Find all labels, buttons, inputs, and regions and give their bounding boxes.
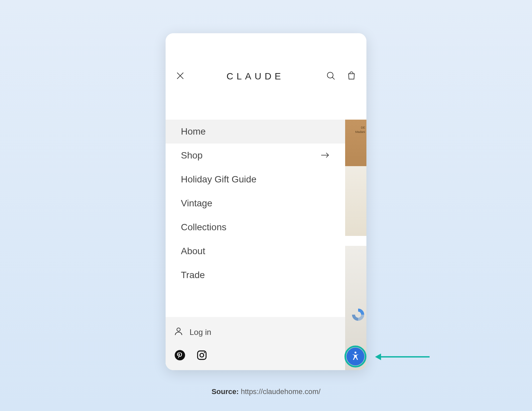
accessibility-widget-button[interactable] xyxy=(346,348,364,365)
navigation-drawer: Home Shop Holiday Gift Guide Vintage Col… xyxy=(166,120,345,370)
close-menu-button[interactable] xyxy=(175,71,186,82)
nav-item-label: Collections xyxy=(181,222,226,233)
background-image-sofa xyxy=(345,166,366,236)
accessibility-icon xyxy=(350,351,360,362)
search-icon xyxy=(326,71,336,82)
bg-text-line: DE xyxy=(355,126,365,130)
nav-item-holiday-gift-guide[interactable]: Holiday Gift Guide xyxy=(166,167,345,191)
social-links xyxy=(174,350,337,362)
header: CLAUDE xyxy=(166,33,366,120)
nav-item-trade[interactable]: Trade xyxy=(166,263,345,287)
instagram-icon xyxy=(196,350,207,362)
nav-item-label: About xyxy=(181,246,205,257)
svg-point-9 xyxy=(204,352,205,353)
svg-point-6 xyxy=(175,350,185,360)
bg-text-line: Madani xyxy=(355,130,365,134)
pinterest-icon xyxy=(174,350,186,362)
search-button[interactable] xyxy=(325,71,336,82)
nav-item-label: Home xyxy=(181,126,206,137)
instagram-link[interactable] xyxy=(196,350,208,362)
arrow-left-icon xyxy=(375,354,381,360)
nav-item-about[interactable]: About xyxy=(166,239,345,263)
drawer-footer: Log in xyxy=(166,317,345,370)
nav-item-collections[interactable]: Collections xyxy=(166,215,345,239)
arrow-right-icon xyxy=(321,150,330,161)
background-image-wood: DE Madani xyxy=(345,120,366,166)
nav-item-vintage[interactable]: Vintage xyxy=(166,191,345,215)
svg-point-8 xyxy=(200,353,203,357)
nav-item-label: Holiday Gift Guide xyxy=(181,174,256,185)
recaptcha-icon xyxy=(351,307,365,323)
cart-button[interactable] xyxy=(346,71,357,82)
background-content-strip: DE Madani xyxy=(345,120,366,370)
nav-item-label: Shop xyxy=(181,150,202,161)
mobile-screenshot: CLAUDE DE Madani xyxy=(166,33,366,370)
source-label: Source: xyxy=(211,387,239,396)
svg-point-10 xyxy=(354,352,356,354)
close-icon xyxy=(176,71,185,82)
svg-point-5 xyxy=(177,328,180,331)
site-logo[interactable]: CLAUDE xyxy=(226,71,284,82)
bag-icon xyxy=(346,71,356,82)
nav-item-label: Vintage xyxy=(181,198,212,209)
recaptcha-badge[interactable] xyxy=(349,304,366,327)
svg-point-2 xyxy=(327,72,333,78)
annotation-arrow xyxy=(375,354,430,360)
nav-menu-list: Home Shop Holiday Gift Guide Vintage Col… xyxy=(166,120,345,287)
svg-line-3 xyxy=(332,77,334,79)
user-icon xyxy=(174,326,184,338)
nav-item-home[interactable]: Home xyxy=(166,120,345,144)
nav-item-label: Trade xyxy=(181,270,205,280)
arrow-line xyxy=(381,356,430,358)
source-caption: Source: https://claudehome.com/ xyxy=(0,387,532,396)
login-label: Log in xyxy=(190,328,211,337)
nav-item-shop[interactable]: Shop xyxy=(166,144,345,167)
background-gap xyxy=(345,236,366,246)
source-url: https://claudehome.com/ xyxy=(241,387,321,396)
pinterest-link[interactable] xyxy=(174,350,186,362)
login-link[interactable]: Log in xyxy=(174,326,337,350)
